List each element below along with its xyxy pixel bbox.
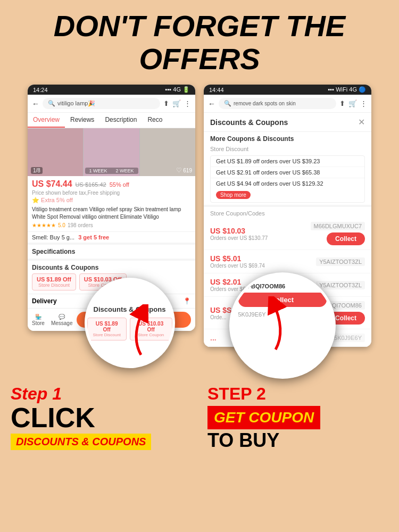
left-search-bar: ← 🔍 vitiligo lamp🎉 ⬆ 🛒 ⋮ xyxy=(28,95,195,113)
modal-close-icon[interactable]: ✕ xyxy=(358,117,365,127)
smell-section: Smell: Buy 5 g... 3 get 5 free xyxy=(28,231,195,243)
product-title: Vitiligo treatment cream Vitiligo relief… xyxy=(32,206,191,221)
tab-reco[interactable]: Reco xyxy=(142,113,168,128)
phones-container: 14:24 ▪▪▪ 4G 🔋 ← 🔍 vitiligo lamp🎉 ⬆ 🛒 ⋮ … xyxy=(0,80,399,347)
store-discount-label: Store Discount xyxy=(204,145,371,153)
right-share-icon[interactable]: ⬆ xyxy=(339,99,345,107)
shop-more-button[interactable]: Shop more xyxy=(216,191,251,199)
price-main: US $74.44 xyxy=(32,179,72,189)
search-icon: 🔍 xyxy=(48,100,55,107)
tab-reviews[interactable]: Reviews xyxy=(65,113,99,128)
coupon-row-1: US $10.03 Orders over US $130.77 M66DLGM… xyxy=(204,218,371,250)
store-discount-box: Get US $1.89 off orders over US $39.23 G… xyxy=(210,155,365,203)
image-badge: ♡ 619 xyxy=(176,167,192,174)
pill-store-discount: US $1.89 Off Store Discount xyxy=(32,273,76,290)
more-icon[interactable]: ⋮ xyxy=(184,99,191,107)
price-off: 55% off xyxy=(110,181,129,188)
tab-description[interactable]: Description xyxy=(99,113,142,128)
rating-row: ★★★★★ 5.0 198 orders xyxy=(32,222,191,228)
store-label: Store xyxy=(32,320,45,326)
message-button[interactable]: 💬 Message xyxy=(51,314,73,326)
coupon2-amount: US $5.01 xyxy=(210,254,265,263)
more-coupons-title: More Coupons & Discounts xyxy=(204,132,371,145)
week2-label: 2 WEEK xyxy=(116,168,134,173)
right-time: 14:44 xyxy=(209,87,224,93)
badge-count: 619 xyxy=(183,168,192,173)
coupon-left-1: US $10.03 Orders over US $130.77 xyxy=(210,227,268,241)
image-nav: 1/8 xyxy=(31,167,43,174)
coupon2-code: Y5AIZTOOT3ZL xyxy=(316,257,365,266)
modal-title: Discounts & Coupons xyxy=(210,118,288,127)
cp1-title: US $1.89 Off xyxy=(92,321,122,332)
coupon1-min: Orders over US $130.77 xyxy=(210,235,268,241)
right-search-icon: 🔍 xyxy=(224,100,231,107)
left-phone-wrapper: 14:24 ▪▪▪ 4G 🔋 ← 🔍 vitiligo lamp🎉 ⬆ 🛒 ⋮ … xyxy=(28,85,195,347)
smell-text: Smell: Buy 5 g... xyxy=(32,234,74,240)
step1-action: CLICK xyxy=(11,404,192,431)
bottom-icons: 🏪 Store 💬 Message xyxy=(32,314,72,326)
coupon3-code: Y5AIZTOOT3ZL xyxy=(316,281,365,289)
step2-sub: TO BUY xyxy=(207,429,388,452)
step1-block: Step 1 CLICK DISCOUNTS & COUPONS xyxy=(11,384,192,452)
share-icon[interactable]: ⬆ xyxy=(163,99,169,107)
right-arrow xyxy=(254,296,297,355)
delivery-label: Delivery xyxy=(32,297,57,305)
steps-row: Step 1 CLICK DISCOUNTS & COUPONS STEP 2 … xyxy=(0,384,399,452)
right-back-icon[interactable]: ← xyxy=(208,99,215,108)
coupon-section-label: Store Coupon/Codes xyxy=(204,205,371,218)
right-phone-wrapper: 14:44 ▪▪▪ WiFi 4G 🔵 ← 🔍 remove dark spot… xyxy=(204,85,371,347)
coupon-right-1: M66DLGMUXUC7 Collect xyxy=(311,222,365,245)
coupon-row-2: US $5.01 Orders over US $69.74 Y5AIZTOOT… xyxy=(204,250,371,273)
right-signal: ▪▪▪ WiFi 4G 🔵 xyxy=(328,86,366,93)
step1-label: Step 1 xyxy=(11,384,192,404)
tab-overview[interactable]: Overview xyxy=(28,113,65,128)
coupon5-amount: ... xyxy=(210,334,217,342)
pill1-sub: Store Discount xyxy=(37,282,71,288)
left-status-bar: 14:24 ▪▪▪ 4G 🔋 xyxy=(28,85,195,95)
coupon-right-3: Y5AIZTOOT3ZL xyxy=(316,281,365,289)
coupon-left-2: US $5.01 Orders over US $69.74 xyxy=(210,254,265,269)
coupon-left-4: US $S Orde... xyxy=(210,306,231,320)
week1-label: 1 WEEK xyxy=(89,168,107,173)
rc-code-label: GMFBQI7OOM86 xyxy=(238,283,327,289)
right-cart-icon[interactable]: 🛒 xyxy=(348,99,357,107)
spec-label: Specifications xyxy=(32,248,75,255)
coupon-right-5: 5K0J9E6Y xyxy=(331,334,365,342)
week-labels: 1 WEEK 2 WEEK xyxy=(85,168,138,174)
right-status-bar: 14:44 ▪▪▪ WiFi 4G 🔵 xyxy=(204,85,371,95)
price-old: US $165.42 xyxy=(76,181,106,188)
discount-row-1: Get US $1.89 off orders over US $39.23 xyxy=(211,156,364,167)
location-icon: 📍 xyxy=(183,297,191,305)
cart-icon[interactable]: 🛒 xyxy=(172,99,181,107)
left-search-text: vitiligo lamp🎉 xyxy=(57,100,95,107)
store-icon: 🏪 xyxy=(35,314,41,320)
spec-section: Specifications xyxy=(28,243,195,259)
message-label: Message xyxy=(51,320,73,326)
coupon1-amount: US $10.03 xyxy=(210,227,268,235)
coupon5-code: 5K0J9E6Y xyxy=(331,334,365,342)
left-time: 14:24 xyxy=(33,87,48,93)
discount-title: Discounts & Coupons xyxy=(32,264,191,271)
store-button[interactable]: 🏪 Store xyxy=(32,314,45,326)
collect-button-1[interactable]: Collect xyxy=(327,232,365,245)
right-search-input[interactable]: 🔍 remove dark spots on skin xyxy=(219,98,336,109)
coupon-left-5: ... xyxy=(210,334,217,342)
discount-row-3: Get US $4.94 off orders over US $129.32 xyxy=(211,178,364,189)
left-search-input[interactable]: 🔍 vitiligo lamp🎉 xyxy=(43,98,160,109)
back-icon[interactable]: ← xyxy=(32,99,39,108)
modal-header: Discounts & Coupons ✕ xyxy=(204,113,371,132)
price-row: US $74.44 US $165.42 55% off xyxy=(32,179,191,189)
right-more-icon[interactable]: ⋮ xyxy=(360,99,367,107)
left-signal: ▪▪▪ 4G 🔋 xyxy=(165,86,190,93)
page-header: DON'T FORGET THE OFFERS xyxy=(0,0,399,80)
coupon-right-2: Y5AIZTOOT3ZL xyxy=(316,257,365,266)
page-title: DON'T FORGET THE OFFERS xyxy=(5,10,394,75)
message-icon: 💬 xyxy=(59,314,65,320)
left-nav-tabs: Overview Reviews Description Reco xyxy=(28,113,195,128)
extra-off: Extra 5% off xyxy=(32,197,191,204)
right-search-bar: ← 🔍 remove dark spots on skin ⬆ 🛒 ⋮ xyxy=(204,95,371,113)
coupon4-amount: US $S xyxy=(210,306,231,314)
right-search-text: remove dark spots on skin xyxy=(234,101,296,106)
step1-sub: DISCOUNTS & COUPONS xyxy=(11,434,151,450)
product-image: 1/8 ♡ 619 1 WEEK 2 WEEK xyxy=(28,128,195,176)
